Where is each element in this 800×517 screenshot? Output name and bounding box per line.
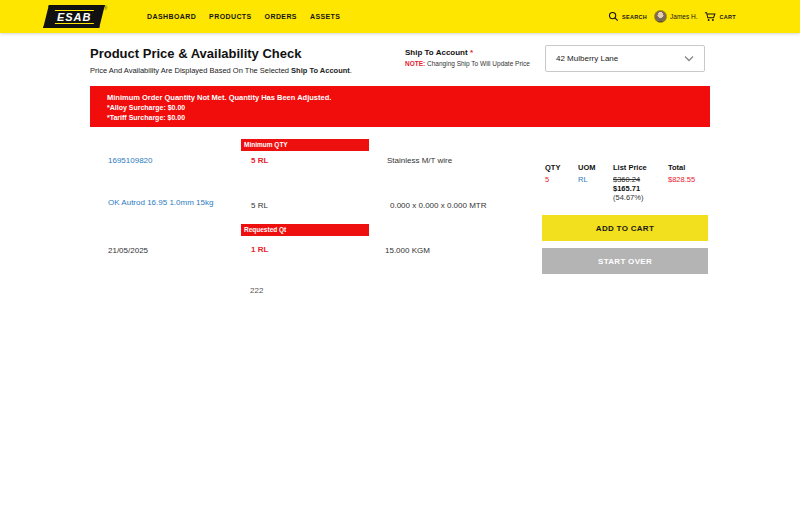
alert-banner: Minimum Order Quantity Not Met. Quantity… [90, 86, 710, 127]
ship-to-note: NOTE: Changing Ship To Will Update Price [405, 60, 530, 67]
alert-line-2: *Alloy Surcharge: $0.00 [107, 103, 710, 113]
note-text: Changing Ship To Will Update Price [425, 60, 530, 67]
registered-trademark: ® [104, 6, 107, 11]
alert-line-1: Minimum Order Quantity Not Met. Quantity… [107, 93, 710, 103]
requested-qty-flag: Requested Qt [241, 224, 369, 236]
cart-button[interactable]: CART [704, 11, 735, 22]
minimum-qty-value: 5 RL [251, 156, 268, 165]
user-avatar [654, 10, 667, 23]
nav-item-orders[interactable]: ORDERS [265, 13, 297, 20]
search-label: SEARCH [622, 14, 647, 20]
subtitle-bold: Ship To Account [291, 66, 350, 75]
subtitle-prefix: Price And Availability Are Displayed Bas… [90, 66, 291, 75]
nav-item-assets[interactable]: ASSETS [310, 13, 340, 20]
search-button[interactable]: SEARCH [608, 11, 647, 22]
nav-item-products[interactable]: PRODUCTS [209, 13, 251, 20]
ship-to-label-text: Ship To Account [405, 48, 470, 57]
col-header-list-price: List Price [613, 163, 647, 172]
main-nav: DASHBOARD PRODUCTS ORDERS ASSETS [147, 0, 340, 33]
cart-icon [704, 11, 716, 22]
page-title: Product Price & Availability Check [90, 46, 301, 61]
product-dimensions: 0.000 x 0.000 x 0.000 MTR [390, 201, 487, 210]
search-icon [608, 11, 619, 22]
product-weight: 15.000 KGM [385, 246, 430, 255]
esab-logo-text: ESAB [55, 10, 94, 24]
list-price-original: $360.24 [613, 175, 640, 184]
page: ESAB ® DASHBOARD PRODUCTS ORDERS ASSETS … [0, 0, 800, 517]
esab-logo[interactable]: ESAB [43, 5, 105, 28]
col-header-total: Total [668, 163, 685, 172]
col-header-uom: UOM [578, 163, 596, 172]
nav-item-dashboard[interactable]: DASHBOARD [147, 13, 196, 20]
ship-to-selected-value: 42 Mulberry Lane [556, 54, 618, 63]
topbar-right-cluster: SEARCH James H. CART [608, 0, 736, 33]
discount-percentage: (54.67%) [613, 193, 643, 202]
note-label: NOTE: [405, 60, 425, 67]
col-header-qty: QTY [545, 163, 560, 172]
availability-date: 21/05/2025 [108, 246, 148, 255]
add-to-cart-button[interactable]: ADD TO CART [542, 215, 708, 241]
product-number-link[interactable]: 1695109820 [108, 156, 153, 165]
extra-quantity: 222 [250, 286, 263, 295]
start-over-button[interactable]: START OVER [542, 248, 708, 274]
alert-line-3: *Tariff Surcharge: $0.00 [107, 113, 710, 123]
value-uom: RL [578, 175, 588, 184]
quantity-plain: 5 RL [251, 201, 268, 210]
product-description: Stainless M/T wire [387, 156, 452, 165]
page-subtitle: Price And Availability Are Displayed Bas… [90, 66, 352, 75]
minimum-qty-flag: Minimum QTY [241, 139, 369, 151]
list-price-current: $165.71 [613, 184, 640, 193]
chevron-down-icon [684, 55, 694, 62]
product-name-link[interactable]: OK Autrod 16.95 1.0mm 15kg [108, 198, 213, 207]
required-asterisk: * [470, 48, 473, 57]
value-total: $828.55 [668, 175, 695, 184]
top-navigation-bar: ESAB ® DASHBOARD PRODUCTS ORDERS ASSETS … [0, 0, 800, 33]
cart-label: CART [719, 14, 735, 20]
user-menu[interactable]: James H. [654, 10, 697, 23]
ship-to-account-select[interactable]: 42 Mulberry Lane [545, 45, 705, 72]
subtitle-suffix: . [350, 66, 352, 75]
value-qty: 5 [545, 175, 549, 184]
user-name: James H. [670, 13, 697, 20]
ship-to-account-label: Ship To Account * [405, 48, 473, 57]
requested-qty-value: 1 RL [251, 245, 268, 254]
